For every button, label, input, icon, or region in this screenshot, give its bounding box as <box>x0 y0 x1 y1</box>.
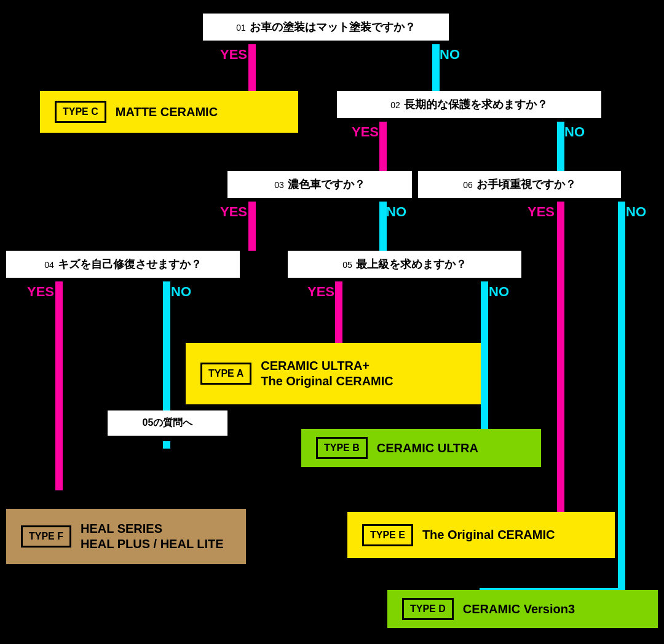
q5-link-text: 05の質問へ <box>143 417 193 428</box>
typee-name: The Original CERAMIC <box>422 528 555 542</box>
typef-name-line1: HEAL SERIES <box>81 522 224 536</box>
line-q4-no <box>163 281 170 432</box>
typeb-name: CERAMIC ULTRA <box>377 441 478 455</box>
typee-label: TYPE E <box>362 524 413 546</box>
q6-num: 06 <box>463 180 473 190</box>
result-type-a: TYPE A CERAMIC ULTRA+ The Original CERAM… <box>186 343 481 404</box>
yes-label-q2: YES <box>352 124 379 140</box>
q2-text: 長期的な保護を求めますか？ <box>404 98 548 111</box>
result-type-b: TYPE B CERAMIC ULTRA <box>301 429 541 467</box>
yes-label-q3: YES <box>220 204 247 220</box>
q3-text: 濃色車ですか？ <box>288 178 365 190</box>
question-5: 05最上級を求めますか？ <box>288 251 521 278</box>
line-q5-link <box>163 441 170 449</box>
question-1: 01お車の塗装はマット塗装ですか？ <box>203 14 449 41</box>
line-q6-yes <box>557 202 564 251</box>
q5-link-box[interactable]: 05の質問へ <box>108 410 227 436</box>
yes-label-q6: YES <box>528 204 555 220</box>
line-q6-no <box>618 202 625 533</box>
typeb-label: TYPE B <box>316 437 368 459</box>
line-q1-yes <box>248 44 256 93</box>
no-label-q2: NO <box>564 124 585 140</box>
line-q4-yes <box>55 281 63 490</box>
typef-label: TYPE F <box>21 525 71 548</box>
line-q1-no <box>432 44 440 93</box>
question-4: 04キズを自己修復させますか？ <box>6 251 240 278</box>
typed-name: CERAMIC Version3 <box>463 602 575 616</box>
result-type-e: TYPE E The Original CERAMIC <box>347 512 615 558</box>
question-3: 03濃色車ですか？ <box>227 171 412 198</box>
typea-label: TYPE A <box>200 363 251 385</box>
result-type-d: TYPE D CERAMIC Version3 <box>387 590 658 628</box>
no-label-q6: NO <box>626 204 646 220</box>
yes-label-q5: YES <box>307 284 334 300</box>
line-q5-yes <box>335 281 342 343</box>
yes-label-q1: YES <box>220 47 247 63</box>
typea-name-line1: CERAMIC ULTRA+ <box>261 359 393 373</box>
line-q6-yes-down <box>557 251 564 512</box>
typec-label: TYPE C <box>55 101 106 123</box>
typec-name: MATTE CERAMIC <box>116 105 218 119</box>
flowchart: 01お車の塗装はマット塗装ですか？ YES NO TYPE C MATTE CE… <box>0 0 664 644</box>
typef-name-line2: HEAL PLUS / HEAL LITE <box>81 537 224 551</box>
no-label-q1: NO <box>440 47 460 63</box>
no-label-q3: NO <box>386 204 406 220</box>
line-q6-no-down <box>618 533 625 595</box>
q5-text: 最上級を求めますか？ <box>356 258 467 270</box>
yes-label-q4: YES <box>27 284 54 300</box>
result-type-f: TYPE F HEAL SERIES HEAL PLUS / HEAL LITE <box>6 509 246 564</box>
question-2: 02長期的な保護を求めますか？ <box>337 91 601 118</box>
no-label-q5: NO <box>489 284 509 300</box>
line-q2-yes <box>379 122 387 171</box>
q2-num: 02 <box>390 100 400 110</box>
q5-num: 05 <box>342 260 352 270</box>
q4-num: 04 <box>44 260 54 270</box>
no-label-q4: NO <box>171 284 191 300</box>
typea-name-line2: The Original CERAMIC <box>261 374 393 388</box>
question-6: 06お手頃重視ですか？ <box>418 171 621 198</box>
result-type-c: TYPE C MATTE CERAMIC <box>40 91 298 133</box>
typed-label: TYPE D <box>402 598 454 620</box>
q3-num: 03 <box>274 180 284 190</box>
q4-text: キズを自己修復させますか？ <box>58 258 202 270</box>
q6-text: お手頃重視ですか？ <box>476 178 576 190</box>
line-q5-no <box>481 281 488 432</box>
q1-num: 01 <box>236 23 246 33</box>
line-q2-no <box>557 122 564 171</box>
q1-text: お車の塗装はマット塗装ですか？ <box>250 21 416 33</box>
line-q3-yes <box>248 202 256 251</box>
